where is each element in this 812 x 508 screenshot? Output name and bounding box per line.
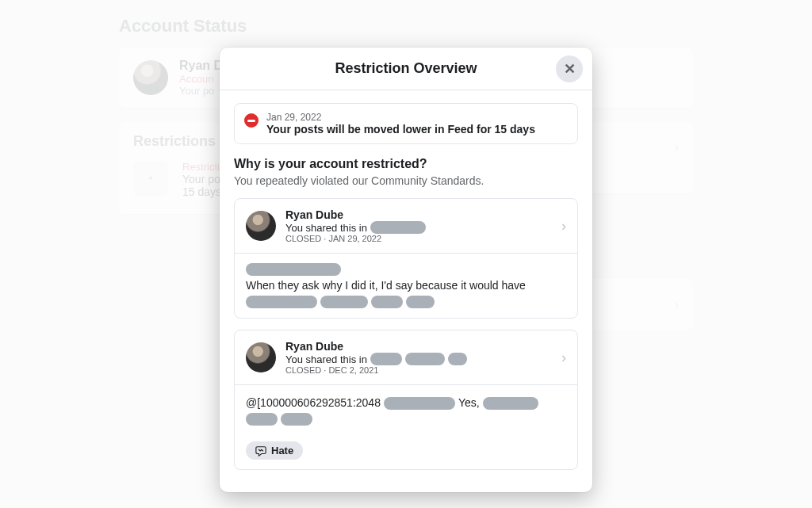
violation-card: Ryan Dube You shared this in CLOSED · De…	[234, 330, 578, 470]
violation-header[interactable]: Ryan Dube You shared this in CLOSED · De…	[235, 330, 577, 385]
violation-content-2: Yes,	[458, 395, 480, 411]
redacted-text	[406, 296, 435, 308]
speech-bubble-icon	[255, 445, 266, 456]
violation-content: @[100000606292851:2048	[246, 395, 381, 411]
redacted-text	[371, 296, 403, 308]
violation-shared-label: You shared this in	[285, 353, 367, 365]
chevron-right-icon: ›	[561, 349, 566, 366]
redacted-text	[448, 353, 467, 365]
notice-date: Jan 29, 2022	[266, 112, 535, 123]
redacted-text	[320, 296, 368, 308]
avatar	[246, 211, 276, 241]
redacted-text	[246, 296, 317, 308]
violation-date: Dec 2, 2021	[328, 365, 378, 375]
violation-tag-hate: Hate	[246, 441, 303, 460]
chevron-right-icon: ›	[561, 218, 566, 235]
redacted-text	[370, 221, 426, 234]
redacted-text	[483, 397, 538, 410]
modal-body: Jan 29, 2022 Your posts will be moved lo…	[220, 90, 592, 486]
violation-card: Ryan Dube You shared this in CLOSED · Ja…	[234, 198, 578, 319]
close-icon: ✕	[564, 60, 576, 78]
redacted-text	[405, 353, 445, 365]
violation-header[interactable]: Ryan Dube You shared this in CLOSED · Ja…	[235, 199, 577, 254]
redacted-text	[281, 413, 312, 426]
violation-status: CLOSED	[285, 365, 321, 375]
why-heading: Why is your account restricted?	[234, 157, 578, 171]
violation-status: CLOSED	[285, 234, 321, 243]
restriction-notice: Jan 29, 2022 Your posts will be moved lo…	[234, 103, 578, 144]
redacted-text	[384, 397, 455, 410]
restriction-overview-modal: Restriction Overview ✕ Jan 29, 2022 Your…	[220, 48, 592, 492]
modal-title: Restriction Overview	[335, 60, 477, 77]
violation-author: Ryan Dube	[285, 208, 552, 221]
redacted-text	[246, 263, 341, 276]
violation-body: @[100000606292851:2048 Yes,	[235, 385, 577, 435]
modal-header: Restriction Overview ✕	[220, 48, 592, 90]
redacted-text	[246, 413, 278, 426]
avatar	[246, 342, 276, 372]
violation-tags: Hate	[235, 435, 577, 469]
no-entry-icon	[244, 113, 259, 128]
notice-text: Your posts will be moved lower in Feed f…	[266, 123, 535, 136]
close-button[interactable]: ✕	[556, 55, 583, 82]
violation-shared-label: You shared this in	[285, 222, 367, 234]
violation-author: Ryan Dube	[285, 340, 552, 353]
why-text: You repeatedly violated our Community St…	[234, 174, 578, 187]
violation-body: When they ask why I did it, I'd say beca…	[235, 254, 577, 318]
violation-date: Jan 29, 2022	[328, 234, 381, 243]
redacted-text	[370, 353, 402, 365]
violation-content: When they ask why I did it, I'd say beca…	[246, 277, 526, 294]
tag-label: Hate	[271, 445, 293, 456]
